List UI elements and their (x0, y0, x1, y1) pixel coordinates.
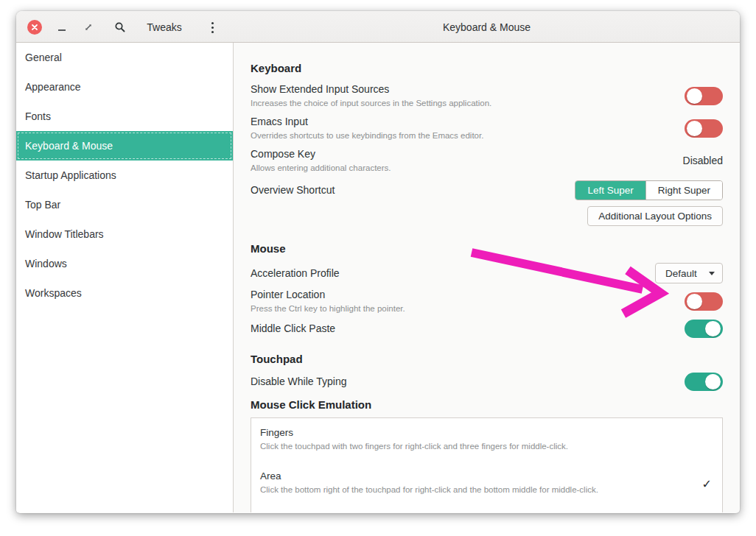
setting-label: Emacs Input (251, 116, 483, 128)
app-title: Tweaks (134, 11, 195, 43)
setting-description: Overrides shortcuts to use keybindings f… (251, 130, 483, 141)
dropdown-value: Default (665, 268, 697, 279)
setting-row-acceleration-profile: Acceleration Profile Default (251, 261, 723, 285)
sidebar-item-appearance[interactable]: Appearance (16, 72, 233, 102)
compose-key-value[interactable]: Disabled (683, 155, 723, 166)
restore-icon[interactable] (81, 20, 96, 35)
setting-row-emacs-input: Emacs Input Overrides shortcuts to use k… (251, 112, 723, 144)
additional-layout-options-button[interactable]: Additional Layout Options (587, 206, 723, 226)
list-item-title: Fingers (260, 427, 712, 439)
sidebar-item-label: General (25, 52, 62, 63)
overview-shortcut-segmented: Left Super Right Super (575, 180, 723, 200)
setting-description: Increases the choice of input sources in… (251, 98, 491, 109)
list-item-description: Click the touchpad with two fingers for … (260, 441, 712, 451)
setting-row-compose-key: Compose Key Allows entering additional c… (251, 144, 723, 177)
sidebar-item-top-bar[interactable]: Top Bar (16, 190, 233, 219)
right-super-button[interactable]: Right Super (645, 181, 722, 200)
setting-row-middle-click-paste: Middle Click Paste (251, 317, 723, 339)
switch-knob (687, 121, 702, 136)
sidebar-item-windows[interactable]: Windows (16, 249, 233, 278)
settings-panel: Keyboard Show Extended Input Sources Inc… (234, 43, 740, 512)
switch-knob (687, 88, 702, 104)
sidebar-item-label: Top Bar (25, 199, 60, 211)
setting-row-pointer-location: Pointer Location Press the Ctrl key to h… (251, 285, 723, 317)
emacs-input-switch[interactable] (685, 119, 723, 138)
list-item-fingers[interactable]: Fingers Click the touchpad with two fing… (251, 418, 722, 462)
sidebar-item-window-titlebars[interactable]: Window Titlebars (16, 219, 233, 249)
sidebar-item-label: Fonts (25, 110, 51, 122)
page-title: Keyboard & Mouse (234, 11, 740, 43)
switch-knob (687, 294, 702, 309)
left-super-button[interactable]: Left Super (575, 181, 645, 200)
mouse-click-emulation-list: Fingers Click the touchpad with two fing… (251, 417, 723, 512)
sidebar-item-fonts[interactable]: Fonts (16, 102, 233, 131)
section-heading-mouse-click-emulation: Mouse Click Emulation (251, 398, 723, 412)
tweaks-window: Tweaks Keyboard & Mouse General Appearan… (16, 11, 740, 513)
setting-row-overview-shortcut: Overview Shortcut Left Super Right Super (251, 180, 723, 201)
setting-label: Disable While Typing (251, 375, 346, 388)
sidebar-item-label: Keyboard & Mouse (25, 140, 113, 152)
list-item-area[interactable]: Area Click the bottom right of the touch… (251, 462, 722, 505)
chevron-down-icon (709, 272, 715, 275)
disable-while-typing-switch[interactable] (685, 373, 723, 391)
setting-label: Show Extended Input Sources (251, 83, 491, 96)
section-heading-touchpad: Touchpad (251, 353, 723, 366)
sidebar-item-label: Windows (25, 258, 67, 269)
sidebar-item-keyboard-mouse[interactable]: Keyboard & Mouse (16, 131, 233, 161)
setting-label: Compose Key (251, 148, 391, 161)
check-icon: ✓ (702, 477, 712, 491)
sidebar: General Appearance Fonts Keyboard & Mous… (16, 43, 234, 512)
setting-label: Middle Click Paste (251, 322, 335, 335)
pointer-location-switch[interactable] (685, 292, 723, 311)
sidebar-item-workspaces[interactable]: Workspaces (16, 278, 233, 308)
sidebar-item-label: Startup Applications (25, 169, 116, 181)
titlebar: Tweaks Keyboard & Mouse (16, 11, 740, 43)
acceleration-profile-dropdown[interactable]: Default (655, 263, 723, 283)
section-heading-keyboard: Keyboard (251, 62, 723, 75)
middle-click-paste-switch[interactable] (685, 320, 723, 338)
kebab-menu-icon[interactable] (205, 20, 220, 35)
setting-row-extended-input-sources: Show Extended Input Sources Increases th… (251, 80, 723, 112)
extended-input-sources-switch[interactable] (685, 87, 723, 105)
setting-description: Press the Ctrl key to highlight the poin… (251, 303, 405, 314)
minimize-icon[interactable] (55, 20, 69, 35)
sidebar-item-startup-applications[interactable]: Startup Applications (16, 161, 233, 190)
setting-description: Allows entering additional characters. (251, 163, 391, 174)
sidebar-item-general[interactable]: General (16, 43, 233, 72)
setting-row-disable-while-typing: Disable While Typing (251, 370, 723, 392)
sidebar-item-label: Window Titlebars (25, 228, 104, 240)
additional-layout-row: Additional Layout Options (251, 206, 723, 226)
sidebar-item-label: Workspaces (25, 287, 82, 299)
list-item-description: Click the bottom right of the touchpad f… (260, 484, 712, 495)
setting-label: Overview Shortcut (251, 184, 335, 197)
sidebar-item-label: Appearance (25, 81, 81, 93)
setting-label: Pointer Location (251, 289, 405, 301)
switch-knob (705, 321, 721, 336)
setting-label: Acceleration Profile (251, 267, 340, 280)
switch-knob (705, 374, 721, 389)
section-heading-mouse: Mouse (251, 242, 723, 255)
list-item-title: Area (260, 470, 712, 482)
close-icon[interactable] (27, 20, 42, 35)
search-icon[interactable] (113, 20, 127, 35)
